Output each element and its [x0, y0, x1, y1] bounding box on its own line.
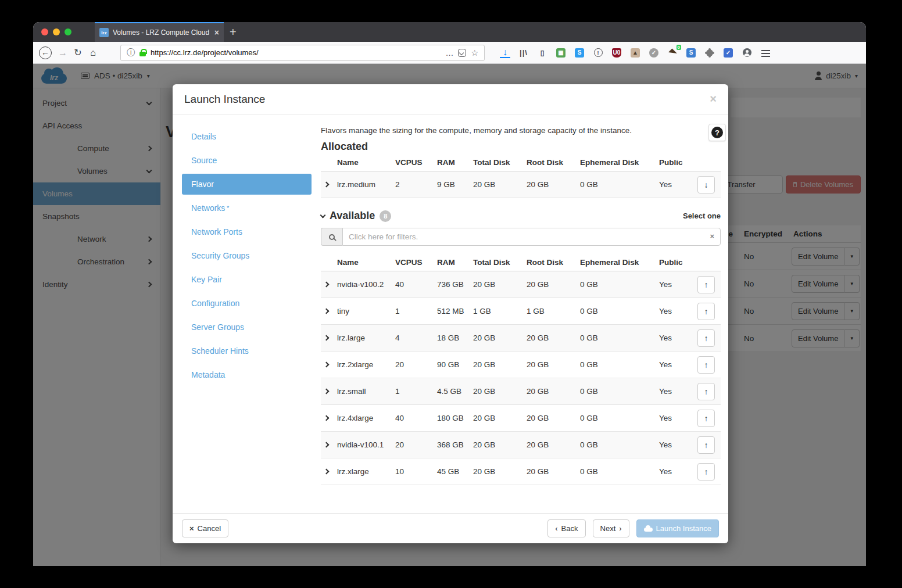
- flavor-step-content: Flavors manage the sizing for the comput…: [321, 114, 728, 513]
- ext-photo-icon[interactable]: ▲: [630, 48, 640, 58]
- https-lock-icon[interactable]: [139, 52, 146, 56]
- expand-row-icon[interactable]: [324, 282, 330, 288]
- flavor-name: lrz.small: [337, 387, 395, 396]
- search-icon: [321, 228, 342, 246]
- new-tab-button[interactable]: +: [230, 25, 237, 39]
- flavor-name: nvidia-v100.2: [337, 280, 395, 289]
- expand-row-icon[interactable]: [324, 309, 330, 314]
- cancel-button[interactable]: × Cancel: [182, 519, 228, 537]
- available-flavor-row: lrz.small 1 4.5 GB 20 GB 20 GB 0 GB Yes …: [321, 378, 721, 405]
- url-text[interactable]: https://cc.lrz.de/project/volumes/: [151, 48, 441, 57]
- ext-gear-icon[interactable]: [704, 48, 715, 58]
- allocate-button[interactable]: ↑: [697, 329, 715, 347]
- available-flavor-row: nvidia-v100.2 40 736 GB 20 GB 20 GB 0 GB…: [321, 271, 721, 298]
- allocate-button[interactable]: ↑: [697, 303, 715, 320]
- expand-row-icon[interactable]: [324, 389, 330, 395]
- wizard-step[interactable]: Metadata *: [182, 364, 312, 385]
- bookmark-star-icon[interactable]: ☆: [471, 48, 478, 58]
- ext-check-square-icon[interactable]: ✓: [723, 48, 733, 58]
- next-button[interactable]: Next ›: [593, 519, 629, 537]
- expand-row-icon[interactable]: [324, 362, 330, 368]
- available-flavor-row: tiny 1 512 MB 1 GB 1 GB 0 GB Yes ↑: [321, 298, 721, 325]
- wizard-step[interactable]: Networks *: [182, 198, 312, 218]
- help-button[interactable]: ?: [708, 124, 726, 141]
- page-content: lrz ADS • di25xib ▾ di25xib ▾ Project AP…: [33, 64, 866, 566]
- home-button-icon[interactable]: ⌂: [85, 48, 101, 58]
- launch-instance-button[interactable]: Launch Instance: [636, 519, 719, 537]
- ext-check-circle-icon[interactable]: ✓: [649, 48, 659, 58]
- wizard-step[interactable]: Flavor *: [182, 174, 312, 195]
- wizard-step[interactable]: Scheduler Hints *: [182, 340, 312, 361]
- allocate-button[interactable]: ↑: [697, 383, 715, 400]
- ext-ublock-shield-icon[interactable]: U0: [611, 48, 622, 58]
- window-close-button[interactable]: [41, 28, 48, 35]
- flavor-name: lrz.medium: [337, 180, 395, 189]
- wizard-step[interactable]: Network Ports *: [182, 221, 312, 242]
- flavor-name: lrz.4xlarge: [337, 414, 395, 422]
- wizard-step[interactable]: Key Pair *: [182, 269, 312, 290]
- available-flavor-row: lrz.large 4 18 GB 20 GB 20 GB 0 GB Yes ↑: [321, 325, 721, 352]
- allocate-button[interactable]: ↑: [697, 276, 715, 293]
- modal-close-icon[interactable]: ×: [710, 92, 717, 106]
- browser-tab[interactable]: lrz Volumes - LRZ Compute Cloud ×: [95, 22, 224, 42]
- filter-input[interactable]: [342, 228, 721, 246]
- downloads-icon[interactable]: ↓: [500, 48, 510, 58]
- modal-header: Launch Instance ×: [173, 84, 728, 114]
- browser-window: lrz Volumes - LRZ Compute Cloud × + ← → …: [33, 22, 866, 566]
- allocated-title: Allocated: [321, 141, 721, 153]
- expand-row-icon[interactable]: [324, 182, 330, 188]
- launch-instance-modal: Launch Instance × Details * Source * Fla…: [173, 84, 728, 543]
- allocate-button[interactable]: ↑: [697, 410, 715, 427]
- flavor-name: nvidia-v100.1: [337, 440, 395, 449]
- ext-s-square-icon[interactable]: S: [686, 48, 696, 58]
- expand-row-icon[interactable]: [324, 469, 330, 475]
- allocate-button[interactable]: ↑: [697, 356, 715, 374]
- ext-info-circle-icon[interactable]: !: [593, 48, 603, 58]
- wizard-step[interactable]: Server Groups *: [182, 317, 312, 338]
- wizard-step[interactable]: Configuration *: [182, 293, 312, 314]
- flavor-name: lrz.2xlarge: [337, 360, 395, 369]
- collapse-section-icon[interactable]: [320, 212, 326, 218]
- chevron-left-icon: ‹: [555, 524, 557, 533]
- available-table: Name VCPUS RAM Total Disk Root Disk Ephe…: [321, 254, 721, 485]
- available-flavor-row: lrz.2xlarge 20 90 GB 20 GB 20 GB 0 GB Ye…: [321, 352, 721, 378]
- account-icon[interactable]: [742, 48, 752, 58]
- expand-row-icon[interactable]: [324, 335, 330, 341]
- page-actions-icon[interactable]: …: [445, 48, 453, 58]
- reload-button-icon[interactable]: ↻: [70, 47, 85, 58]
- window-minimize-button[interactable]: [53, 28, 60, 35]
- step-description: Flavors manage the sizing for the comput…: [321, 126, 721, 135]
- wizard-step[interactable]: Source *: [182, 150, 312, 171]
- available-flavor-row: lrz.4xlarge 40 180 GB 20 GB 20 GB 0 GB Y…: [321, 405, 721, 432]
- allocate-button[interactable]: ↑: [697, 463, 715, 481]
- menu-hamburger-icon[interactable]: [760, 48, 771, 58]
- flavor-name: tiny: [337, 307, 395, 315]
- modal-footer: × Cancel ‹ Back Next › Launch Instance: [173, 513, 728, 543]
- page-info-icon[interactable]: ⓘ: [127, 48, 135, 58]
- ext-quill-icon[interactable]: 0: [667, 48, 678, 58]
- ext-s-blue-icon[interactable]: S: [574, 48, 585, 58]
- forward-button-icon[interactable]: →: [55, 48, 70, 58]
- clear-filter-icon[interactable]: ×: [710, 232, 714, 241]
- back-button-icon[interactable]: ←: [39, 46, 52, 59]
- ext-green-grid-icon[interactable]: ▦: [556, 48, 566, 58]
- wizard-step[interactable]: Details *: [182, 126, 312, 147]
- window-zoom-button[interactable]: [65, 28, 71, 35]
- sidebar-toggle-icon[interactable]: ▯: [537, 48, 547, 58]
- site-favicon-icon: lrz: [99, 28, 109, 37]
- url-bar[interactable]: ⓘ https://cc.lrz.de/project/volumes/ … ☆: [120, 45, 485, 61]
- wizard-step[interactable]: Security Groups *: [182, 245, 312, 266]
- expand-row-icon[interactable]: [324, 442, 330, 448]
- flavor-name: lrz.large: [337, 334, 395, 342]
- browser-toolbar: ← → ↻ ⌂ ⓘ https://cc.lrz.de/project/volu…: [33, 42, 866, 64]
- back-button[interactable]: ‹ Back: [547, 519, 585, 537]
- expand-row-icon[interactable]: [324, 415, 330, 421]
- allocate-button[interactable]: ↑: [697, 436, 715, 454]
- pocket-icon[interactable]: [458, 49, 466, 57]
- available-title: Available: [330, 210, 375, 222]
- deallocate-button[interactable]: ↓: [697, 176, 715, 193]
- allocated-flavor-row: lrz.medium 2 9 GB 20 GB 20 GB 0 GB Yes ↓: [321, 171, 721, 198]
- library-icon[interactable]: ||\: [518, 48, 529, 58]
- tab-close-icon[interactable]: ×: [214, 28, 219, 37]
- x-icon: ×: [189, 524, 194, 533]
